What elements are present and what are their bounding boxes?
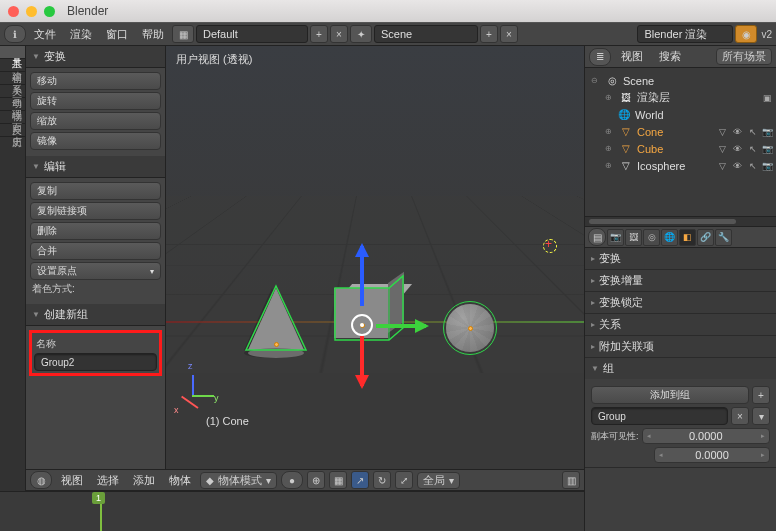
- object-name[interactable]: Icosphere: [637, 160, 685, 172]
- layout-add-button[interactable]: +: [310, 25, 328, 43]
- panel-delta-transform[interactable]: 变换增量: [585, 270, 776, 291]
- vp-menu-select[interactable]: 选择: [92, 473, 124, 488]
- set-origin-dropdown[interactable]: 设置原点: [30, 262, 161, 280]
- manipulator-scale-icon[interactable]: ⤢: [395, 471, 413, 489]
- manipulator-translate-icon[interactable]: ↗: [351, 471, 369, 489]
- expand-icon[interactable]: ⊕: [605, 127, 615, 136]
- outliner[interactable]: ⊖ ◎ Scene ⊕ 🖼 渲染层 ▣ 🌐 World ⊕ ▽ Cone ▽: [585, 68, 776, 216]
- menu-file[interactable]: 文件: [28, 27, 62, 42]
- eye-icon[interactable]: 👁: [731, 159, 744, 172]
- vp-menu-add[interactable]: 添加: [128, 473, 160, 488]
- orientation-dropdown[interactable]: 全局 ▾: [417, 472, 460, 489]
- eye-icon[interactable]: 👁: [731, 125, 744, 138]
- render-engine-dropdown[interactable]: Blender 渲染: [637, 25, 733, 43]
- object-cone[interactable]: [248, 288, 304, 350]
- menu-window[interactable]: 窗口: [100, 27, 134, 42]
- vp-menu-view[interactable]: 视图: [56, 473, 88, 488]
- mesh-data-icon[interactable]: ▽: [716, 125, 729, 138]
- editor-type-icon[interactable]: ▤: [588, 228, 606, 246]
- prop-tab-constraints[interactable]: 🔗: [697, 229, 714, 246]
- scale-button[interactable]: 缩放: [30, 112, 161, 130]
- cursor-icon[interactable]: ↖: [746, 125, 759, 138]
- add-to-group-button[interactable]: 添加到组: [591, 386, 749, 404]
- delete-button[interactable]: 删除: [30, 222, 161, 240]
- prop-tab-world[interactable]: 🌐: [661, 229, 678, 246]
- vtab-animation[interactable]: 动画: [0, 85, 25, 98]
- outliner-menu-view[interactable]: 视图: [615, 49, 649, 64]
- duplicate-linked-button[interactable]: 复制链接项: [30, 202, 161, 220]
- 3d-viewport[interactable]: 用户视图 (透视) z y x (1): [166, 46, 584, 469]
- gizmo-z-axis[interactable]: [360, 246, 364, 306]
- scene-add-button[interactable]: +: [480, 25, 498, 43]
- editor-type-icon[interactable]: ◍: [30, 471, 52, 489]
- expand-icon[interactable]: ⊕: [605, 144, 615, 153]
- join-button[interactable]: 合并: [30, 242, 161, 260]
- group-specials-icon[interactable]: ▾: [752, 407, 770, 425]
- renderlayers-label[interactable]: 渲染层: [637, 90, 670, 105]
- scene-name[interactable]: Scene: [623, 75, 654, 87]
- mesh-data-icon[interactable]: ▽: [716, 159, 729, 172]
- layout-dropdown[interactable]: Default: [196, 25, 308, 43]
- dupli-value-1[interactable]: 0.0000: [642, 428, 770, 444]
- duplicate-button[interactable]: 复制: [30, 182, 161, 200]
- panel-create-group-header[interactable]: 创建新组: [26, 304, 165, 326]
- vtab-tools[interactable]: 工具: [0, 46, 25, 59]
- outliner-menu-search[interactable]: 搜索: [653, 49, 687, 64]
- panel-groups[interactable]: 组: [585, 358, 776, 379]
- cursor-icon[interactable]: ↖: [746, 142, 759, 155]
- timeline-editor[interactable]: 1: [0, 491, 584, 531]
- panel-transform-header[interactable]: 变换: [26, 46, 165, 68]
- vtab-create[interactable]: 创建: [0, 59, 25, 72]
- manipulator-rotate-icon[interactable]: ↻: [373, 471, 391, 489]
- rotate-button[interactable]: 旋转: [30, 92, 161, 110]
- scene-icon[interactable]: ✦: [350, 25, 372, 43]
- object-name[interactable]: Cone: [637, 126, 663, 138]
- render-icon[interactable]: 📷: [761, 125, 774, 138]
- group-name-field[interactable]: Group: [591, 407, 728, 425]
- menu-help[interactable]: 帮助: [136, 27, 170, 42]
- object-name[interactable]: Cube: [637, 143, 663, 155]
- vtab-relations[interactable]: 关系: [0, 72, 25, 85]
- outliner-scrollbar[interactable]: [585, 216, 776, 226]
- add-group-button[interactable]: +: [752, 386, 770, 404]
- panel-transform[interactable]: 变换: [585, 248, 776, 269]
- remove-group-button[interactable]: ×: [731, 407, 749, 425]
- vtab-grease[interactable]: 反面: [0, 111, 25, 124]
- cursor-icon[interactable]: ↖: [746, 159, 759, 172]
- vp-menu-object[interactable]: 物体: [164, 473, 196, 488]
- panel-transform-locks[interactable]: 变换锁定: [585, 292, 776, 313]
- gizmo-center-icon[interactable]: [351, 314, 373, 336]
- vtab-history[interactable]: 历史: [0, 124, 25, 137]
- world-label[interactable]: World: [635, 109, 664, 121]
- mode-dropdown[interactable]: ◆ 物体模式 ▾: [200, 472, 277, 489]
- mirror-button[interactable]: 镜像: [30, 132, 161, 150]
- prop-tab-object[interactable]: ◧: [679, 229, 696, 246]
- manipulator-icon[interactable]: ▦: [329, 471, 347, 489]
- editor-type-icon[interactable]: ≣: [589, 48, 611, 66]
- prop-tab-render[interactable]: 📷: [607, 229, 624, 246]
- panel-relations[interactable]: 关系: [585, 314, 776, 335]
- pivot-icon[interactable]: ⊕: [307, 471, 325, 489]
- group-name-input[interactable]: Group2: [34, 353, 157, 371]
- layers-icon[interactable]: ▥: [562, 471, 580, 489]
- minimize-icon[interactable]: [26, 6, 37, 17]
- translate-button[interactable]: 移动: [30, 72, 161, 90]
- dupli-value-2[interactable]: 0.0000: [654, 447, 770, 463]
- render-icon[interactable]: 📷: [761, 142, 774, 155]
- panel-relations-extras[interactable]: 附加关联项: [585, 336, 776, 357]
- render-icon[interactable]: 📷: [761, 159, 774, 172]
- expand-icon[interactable]: ⊕: [605, 93, 615, 102]
- eye-icon[interactable]: 👁: [731, 142, 744, 155]
- prop-tab-renderlayers[interactable]: 🖼: [625, 229, 642, 246]
- menu-render[interactable]: 渲染: [64, 27, 98, 42]
- scene-dropdown[interactable]: Scene: [374, 25, 478, 43]
- editor-type-icon[interactable]: ℹ: [4, 25, 26, 43]
- expand-icon[interactable]: ⊕: [605, 161, 615, 170]
- mesh-data-icon[interactable]: ▽: [716, 142, 729, 155]
- scene-remove-button[interactable]: ×: [500, 25, 518, 43]
- prop-tab-modifiers[interactable]: 🔧: [715, 229, 732, 246]
- expand-icon[interactable]: ⊖: [591, 76, 601, 85]
- vtab-physics[interactable]: 物理: [0, 98, 25, 111]
- outliner-filter-dropdown[interactable]: 所有场景: [716, 48, 772, 65]
- restrict-icon[interactable]: ▣: [761, 91, 774, 104]
